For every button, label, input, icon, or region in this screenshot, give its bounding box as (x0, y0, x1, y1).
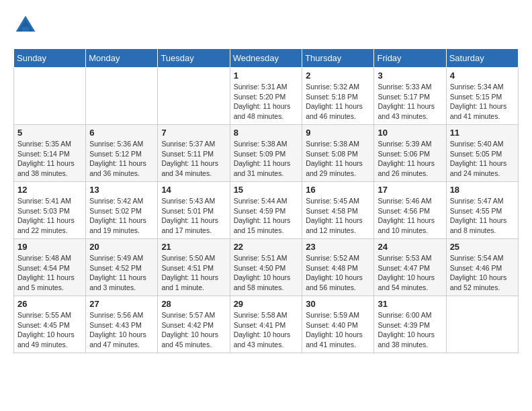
day-cell: 20Sunrise: 5:49 AMSunset: 4:52 PMDayligh… (86, 239, 158, 296)
day-info: Sunrise: 5:38 AMSunset: 5:09 PMDaylight:… (234, 139, 299, 179)
day-number: 4 (450, 71, 515, 81)
day-cell: 8Sunrise: 5:38 AMSunset: 5:09 PMDaylight… (230, 125, 302, 182)
logo-icon (13, 13, 38, 38)
day-info: Sunrise: 5:31 AMSunset: 5:20 PMDaylight:… (234, 82, 299, 122)
day-header: Friday (374, 49, 446, 68)
day-info: Sunrise: 5:40 AMSunset: 5:05 PMDaylight:… (450, 139, 515, 179)
day-header: Tuesday (158, 49, 230, 68)
day-info: Sunrise: 5:47 AMSunset: 4:55 PMDaylight:… (450, 196, 515, 236)
day-cell: 11Sunrise: 5:40 AMSunset: 5:05 PMDayligh… (446, 125, 518, 182)
day-info: Sunrise: 5:46 AMSunset: 4:56 PMDaylight:… (378, 196, 442, 236)
day-info: Sunrise: 5:42 AMSunset: 5:02 PMDaylight:… (89, 196, 154, 236)
day-number: 22 (234, 242, 299, 252)
day-cell: 16Sunrise: 5:45 AMSunset: 4:58 PMDayligh… (302, 182, 374, 239)
day-info: Sunrise: 5:33 AMSunset: 5:17 PMDaylight:… (378, 82, 442, 122)
day-cell: 2Sunrise: 5:32 AMSunset: 5:18 PMDaylight… (302, 68, 374, 125)
day-number: 27 (89, 299, 154, 309)
day-number: 1 (234, 71, 299, 81)
day-cell: 14Sunrise: 5:43 AMSunset: 5:01 PMDayligh… (158, 182, 230, 239)
day-number: 3 (378, 71, 442, 81)
day-number: 16 (306, 185, 370, 195)
day-info: Sunrise: 5:48 AMSunset: 4:54 PMDaylight:… (17, 253, 82, 293)
day-number: 9 (306, 128, 370, 138)
day-number: 18 (450, 185, 515, 195)
day-info: Sunrise: 5:59 AMSunset: 4:40 PMDaylight:… (306, 310, 370, 350)
day-info: Sunrise: 5:36 AMSunset: 5:12 PMDaylight:… (89, 139, 154, 179)
day-cell: 28Sunrise: 5:57 AMSunset: 4:42 PMDayligh… (158, 296, 230, 353)
svg-rect-2 (22, 27, 30, 32)
day-header: Sunday (14, 49, 86, 68)
day-number: 14 (161, 185, 226, 195)
day-cell: 9Sunrise: 5:38 AMSunset: 5:08 PMDaylight… (302, 125, 374, 182)
day-cell: 21Sunrise: 5:50 AMSunset: 4:51 PMDayligh… (158, 239, 230, 296)
day-number: 25 (450, 242, 515, 252)
day-info: Sunrise: 5:49 AMSunset: 4:52 PMDaylight:… (89, 253, 154, 293)
day-info: Sunrise: 5:57 AMSunset: 4:42 PMDaylight:… (161, 310, 226, 350)
day-cell: 31Sunrise: 6:00 AMSunset: 4:39 PMDayligh… (374, 296, 446, 353)
day-info: Sunrise: 5:34 AMSunset: 5:15 PMDaylight:… (450, 82, 515, 122)
day-cell: 17Sunrise: 5:46 AMSunset: 4:56 PMDayligh… (374, 182, 446, 239)
day-cell: 12Sunrise: 5:41 AMSunset: 5:03 PMDayligh… (14, 182, 86, 239)
week-row: 1Sunrise: 5:31 AMSunset: 5:20 PMDaylight… (14, 68, 519, 125)
day-info: Sunrise: 5:41 AMSunset: 5:03 PMDaylight:… (17, 196, 82, 236)
day-info: Sunrise: 5:43 AMSunset: 5:01 PMDaylight:… (161, 196, 226, 236)
day-info: Sunrise: 5:54 AMSunset: 4:46 PMDaylight:… (450, 253, 515, 293)
day-info: Sunrise: 5:56 AMSunset: 4:43 PMDaylight:… (89, 310, 154, 350)
day-cell: 15Sunrise: 5:44 AMSunset: 4:59 PMDayligh… (230, 182, 302, 239)
day-info: Sunrise: 5:50 AMSunset: 4:51 PMDaylight:… (161, 253, 226, 293)
day-header: Monday (86, 49, 158, 68)
day-number: 19 (17, 242, 82, 252)
week-row: 5Sunrise: 5:35 AMSunset: 5:14 PMDaylight… (14, 125, 519, 182)
day-cell (158, 68, 230, 125)
day-info: Sunrise: 5:35 AMSunset: 5:14 PMDaylight:… (17, 139, 82, 179)
day-cell: 18Sunrise: 5:47 AMSunset: 4:55 PMDayligh… (446, 182, 518, 239)
week-row: 26Sunrise: 5:55 AMSunset: 4:45 PMDayligh… (14, 296, 519, 353)
day-number: 31 (378, 299, 442, 309)
day-header: Saturday (446, 49, 518, 68)
day-cell: 29Sunrise: 5:58 AMSunset: 4:41 PMDayligh… (230, 296, 302, 353)
day-number: 6 (89, 128, 154, 138)
day-info: Sunrise: 5:53 AMSunset: 4:47 PMDaylight:… (378, 253, 442, 293)
day-info: Sunrise: 5:55 AMSunset: 4:45 PMDaylight:… (17, 310, 82, 350)
day-number: 30 (306, 299, 370, 309)
day-header: Thursday (302, 49, 374, 68)
week-row: 12Sunrise: 5:41 AMSunset: 5:03 PMDayligh… (14, 182, 519, 239)
day-cell: 30Sunrise: 5:59 AMSunset: 4:40 PMDayligh… (302, 296, 374, 353)
day-cell: 22Sunrise: 5:51 AMSunset: 4:50 PMDayligh… (230, 239, 302, 296)
day-info: Sunrise: 5:58 AMSunset: 4:41 PMDaylight:… (234, 310, 299, 350)
day-cell (86, 68, 158, 125)
day-cell (446, 296, 518, 353)
day-cell: 24Sunrise: 5:53 AMSunset: 4:47 PMDayligh… (374, 239, 446, 296)
day-cell (14, 68, 86, 125)
day-number: 24 (378, 242, 442, 252)
day-info: Sunrise: 5:52 AMSunset: 4:48 PMDaylight:… (306, 253, 370, 293)
day-number: 13 (89, 185, 154, 195)
day-info: Sunrise: 5:38 AMSunset: 5:08 PMDaylight:… (306, 139, 370, 179)
calendar-table: SundayMondayTuesdayWednesdayThursdayFrid… (13, 48, 519, 353)
day-number: 10 (378, 128, 442, 138)
day-header: Wednesday (230, 49, 302, 68)
day-number: 29 (234, 299, 299, 309)
day-cell: 26Sunrise: 5:55 AMSunset: 4:45 PMDayligh… (14, 296, 86, 353)
day-cell: 27Sunrise: 5:56 AMSunset: 4:43 PMDayligh… (86, 296, 158, 353)
day-cell: 4Sunrise: 5:34 AMSunset: 5:15 PMDaylight… (446, 68, 518, 125)
day-number: 12 (17, 185, 82, 195)
day-number: 11 (450, 128, 515, 138)
week-row: 19Sunrise: 5:48 AMSunset: 4:54 PMDayligh… (14, 239, 519, 296)
day-number: 21 (161, 242, 226, 252)
day-cell: 3Sunrise: 5:33 AMSunset: 5:17 PMDaylight… (374, 68, 446, 125)
day-cell: 1Sunrise: 5:31 AMSunset: 5:20 PMDaylight… (230, 68, 302, 125)
logo (13, 13, 42, 38)
day-info: Sunrise: 5:39 AMSunset: 5:06 PMDaylight:… (378, 139, 442, 179)
day-number: 28 (161, 299, 226, 309)
page-header (13, 13, 519, 38)
day-cell: 6Sunrise: 5:36 AMSunset: 5:12 PMDaylight… (86, 125, 158, 182)
day-cell: 13Sunrise: 5:42 AMSunset: 5:02 PMDayligh… (86, 182, 158, 239)
day-cell: 5Sunrise: 5:35 AMSunset: 5:14 PMDaylight… (14, 125, 86, 182)
day-number: 17 (378, 185, 442, 195)
day-number: 20 (89, 242, 154, 252)
day-info: Sunrise: 5:32 AMSunset: 5:18 PMDaylight:… (306, 82, 370, 122)
day-number: 2 (306, 71, 370, 81)
day-cell: 23Sunrise: 5:52 AMSunset: 4:48 PMDayligh… (302, 239, 374, 296)
day-info: Sunrise: 5:45 AMSunset: 4:58 PMDaylight:… (306, 196, 370, 236)
